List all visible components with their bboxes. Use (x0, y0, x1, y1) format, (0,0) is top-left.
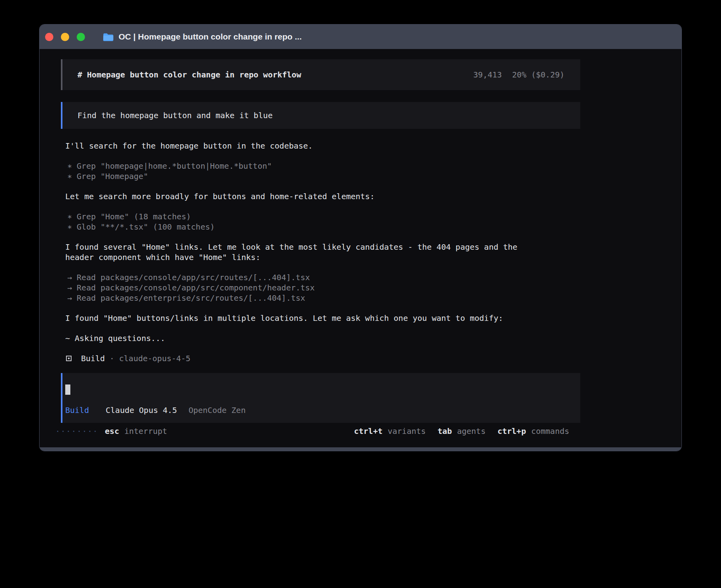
hint-agents: tab agents (438, 426, 485, 436)
assistant-text: I found several "Home" links. Let me loo… (65, 242, 580, 262)
terminal-content: # Homepage button color change in repo w… (40, 49, 681, 436)
hint-variants: ctrl+t variants (354, 426, 426, 436)
tab-key-label: agents (457, 426, 485, 436)
tool-call-line: → Read packages/console/app/src/componen… (67, 283, 580, 293)
session-title: # Homepage button color change in repo w… (77, 70, 301, 80)
conversation: I'll search for the homepage button in t… (65, 141, 580, 343)
ctrl-t-key-label: variants (388, 426, 426, 436)
input-footer: Build Claude Opus 4.5 OpenCode Zen (65, 405, 564, 415)
zoom-button[interactable] (77, 33, 85, 41)
spinner-dots: ········ (55, 426, 98, 436)
user-message-text: Find the homepage button and make it blu… (77, 111, 273, 120)
tool-call-line: → Read packages/enterprise/src/routes/[.… (67, 293, 580, 303)
agent-separator: · (109, 353, 114, 364)
window-bottom-chrome (40, 447, 681, 451)
assistant-text: Let me search more broadly for buttons a… (65, 191, 580, 202)
agent-build-icon (66, 356, 72, 361)
folder-icon (103, 33, 113, 41)
assistant-text: I'll search for the homepage button in t… (65, 141, 580, 151)
tool-call-group: ∗ Grep "Home" (18 matches)∗ Glob "**/*.t… (65, 211, 580, 232)
esc-key-hint: esc (105, 426, 119, 436)
tab-key-hint: tab (438, 426, 452, 436)
token-count: 39,413 (473, 70, 502, 79)
tool-call-group: → Read packages/console/app/src/routes/[… (65, 272, 580, 303)
status-bar: ········ esc interrupt ctrl+t variants t… (55, 426, 569, 436)
input-model-name: Claude Opus 4.5 (106, 405, 177, 415)
tool-call-line: ∗ Grep "Homepage" (67, 171, 580, 181)
session-stats: 39,41320% ($0.29) (473, 70, 564, 80)
ctrl-p-key-hint: ctrl+p (497, 426, 526, 436)
prompt-input[interactable]: Build Claude Opus 4.5 OpenCode Zen (61, 373, 580, 423)
input-mode-badge[interactable]: Build (65, 405, 89, 415)
minimize-button[interactable] (61, 33, 69, 41)
input-provider-name: OpenCode Zen (189, 405, 246, 415)
status-right: ctrl+t variants tab agents ctrl+p comman… (354, 426, 569, 436)
ctrl-p-key-label: commands (531, 426, 569, 436)
user-message: Find the homepage button and make it blu… (61, 102, 580, 129)
tool-call-line: → Read packages/console/app/src/routes/[… (67, 272, 580, 283)
agent-status: Build · claude-opus-4-5 (66, 353, 681, 364)
close-button[interactable] (45, 33, 53, 41)
tool-call-group: ∗ Grep "homepage|home.*button|Home.*butt… (65, 161, 580, 181)
agent-name: Build (81, 353, 105, 364)
titlebar[interactable]: OC | Homepage button color change in rep… (40, 24, 681, 49)
tool-call-line: ∗ Glob "**/*.tsx" (100 matches) (67, 222, 580, 232)
window-title: OC | Homepage button color change in rep… (119, 32, 302, 41)
assistant-text: ~ Asking questions... (65, 333, 580, 343)
terminal-window: OC | Homepage button color change in rep… (40, 24, 681, 451)
session-header: # Homepage button color change in repo w… (61, 59, 580, 90)
ctrl-t-key-hint: ctrl+t (354, 426, 382, 436)
text-cursor (65, 384, 70, 395)
esc-key-label: interrupt (124, 426, 167, 436)
assistant-text: I found "Home" buttons/links in multiple… (65, 313, 580, 323)
tool-call-line: ∗ Grep "Home" (18 matches) (67, 211, 580, 222)
agent-model: claude-opus-4-5 (119, 353, 191, 364)
context-usage: 20% ($0.29) (512, 70, 564, 79)
tool-call-line: ∗ Grep "homepage|home.*button|Home.*butt… (67, 161, 580, 171)
status-left: ········ esc interrupt (55, 426, 167, 436)
hint-commands: ctrl+p commands (497, 426, 569, 436)
